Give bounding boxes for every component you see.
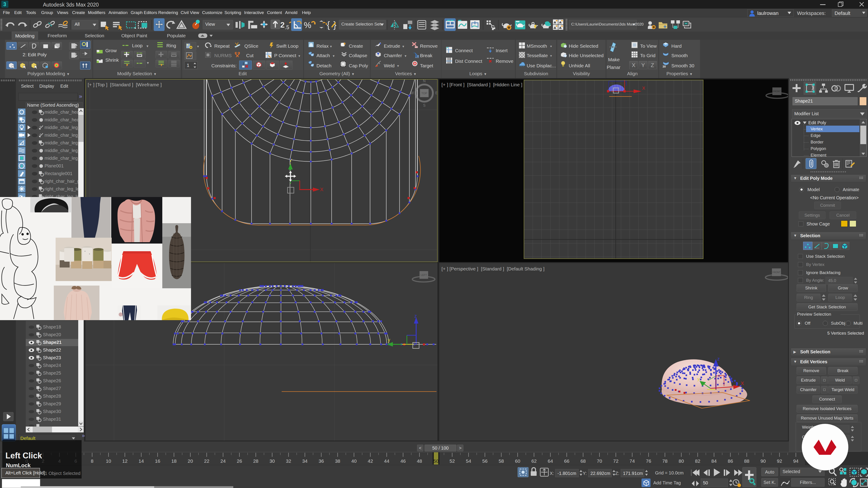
svg-text:54: 54	[466, 458, 471, 464]
svg-text:56: 56	[483, 458, 488, 464]
svg-text:92: 92	[777, 458, 782, 464]
svg-text:TOP: TOP	[421, 92, 428, 95]
svg-text:FRONT: FRONT	[773, 90, 781, 93]
svg-text:LEFT: LEFT	[421, 273, 427, 276]
svg-text:2: 2	[280, 21, 285, 29]
svg-text:82: 82	[695, 458, 700, 464]
svg-text:78: 78	[662, 458, 668, 464]
svg-text:14: 14	[138, 458, 144, 464]
svg-text:30: 30	[270, 458, 275, 464]
svg-text:36: 36	[319, 458, 324, 464]
svg-text:22: 22	[204, 458, 209, 464]
svg-text:E: E	[435, 91, 437, 95]
svg-text:90: 90	[761, 458, 766, 464]
svg-text:72: 72	[613, 458, 618, 464]
svg-text:X: X	[320, 187, 323, 192]
svg-text:X: X	[741, 381, 744, 386]
svg-text:.5: .5	[285, 24, 289, 30]
svg-text:62: 62	[531, 458, 537, 464]
svg-text:3: 3	[3, 1, 6, 7]
svg-text:68: 68	[581, 458, 586, 464]
svg-text:S: S	[423, 103, 426, 107]
svg-text:74: 74	[629, 458, 635, 464]
svg-text:28: 28	[253, 458, 258, 464]
svg-text:FRONT: FRONT	[773, 271, 780, 273]
svg-text:X: X	[642, 86, 645, 91]
svg-text:24: 24	[220, 458, 226, 464]
svg-text:42: 42	[368, 458, 373, 464]
svg-text:10: 10	[106, 458, 111, 464]
svg-text:40: 40	[351, 458, 356, 464]
svg-text:38: 38	[335, 458, 340, 464]
svg-text:20: 20	[188, 458, 193, 464]
svg-text:66: 66	[564, 458, 569, 464]
svg-text:64: 64	[548, 458, 553, 464]
svg-text:30: 30	[662, 65, 666, 68]
svg-text:46: 46	[401, 458, 406, 464]
svg-text:94: 94	[793, 458, 799, 464]
svg-text:Y: Y	[289, 158, 292, 163]
svg-text:W: W	[410, 91, 414, 95]
svg-text:%: %	[304, 20, 311, 30]
svg-text:y: y	[698, 377, 700, 381]
svg-text:32: 32	[286, 458, 291, 464]
svg-text:84: 84	[711, 458, 717, 464]
svg-text:16: 16	[155, 458, 160, 464]
svg-text:N: N	[423, 79, 426, 83]
svg-text:12: 12	[122, 458, 127, 464]
svg-text:76: 76	[646, 458, 651, 464]
svg-text:70: 70	[597, 458, 602, 464]
svg-text:50: 50	[433, 458, 438, 464]
svg-text:80: 80	[679, 458, 684, 464]
svg-text:8: 8	[91, 458, 94, 464]
svg-text:z: z	[414, 313, 417, 319]
svg-text:34: 34	[302, 458, 308, 464]
svg-text:y: y	[388, 337, 390, 343]
svg-text:{: {	[327, 20, 330, 30]
svg-text:58: 58	[499, 458, 504, 464]
svg-text:18: 18	[171, 458, 177, 464]
svg-text:z: z	[717, 356, 720, 362]
svg-text:44: 44	[384, 458, 390, 464]
svg-text:88: 88	[744, 458, 749, 464]
svg-text:60: 60	[515, 458, 520, 464]
svg-text:26: 26	[237, 458, 242, 464]
svg-text:48: 48	[417, 458, 422, 464]
svg-text:52: 52	[450, 458, 455, 464]
svg-text:86: 86	[728, 458, 733, 464]
